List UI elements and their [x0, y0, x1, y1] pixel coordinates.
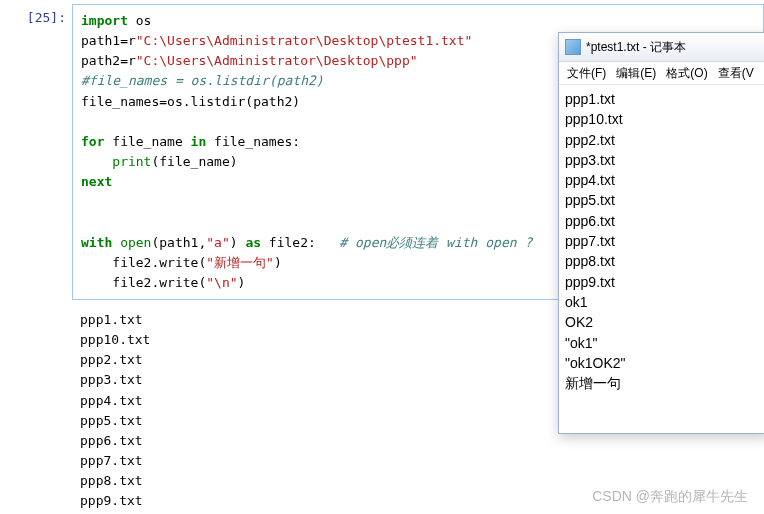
code-token — [81, 154, 112, 169]
notepad-line: OK2 — [565, 312, 763, 332]
notepad-line: ppp5.txt — [565, 190, 763, 210]
notepad-window[interactable]: *ptest1.txt - 记事本 文件(F)编辑(E)格式(O)查看(V pp… — [558, 32, 764, 434]
string-literal: "C:\Users\Administrator\Desktop\ptest1.t… — [136, 33, 473, 48]
notepad-line: ppp7.txt — [565, 231, 763, 251]
notepad-menubar[interactable]: 文件(F)编辑(E)格式(O)查看(V — [559, 62, 764, 85]
code-token: os — [128, 13, 151, 28]
string-literal: "a" — [206, 235, 229, 250]
notepad-line: "ok1" — [565, 333, 763, 353]
code-token: file2.write( — [81, 275, 206, 290]
notepad-line: ppp3.txt — [565, 150, 763, 170]
builtin-open: open — [120, 235, 151, 250]
watermark: CSDN @奔跑的犀牛先生 — [592, 488, 748, 506]
string-literal: "新增一句" — [206, 255, 274, 270]
notepad-line: ppp1.txt — [565, 89, 763, 109]
notepad-line: ppp10.txt — [565, 109, 763, 129]
code-token: file_name — [104, 134, 190, 149]
code-token: (file_name) — [151, 154, 237, 169]
code-token — [112, 235, 120, 250]
keyword-next: next — [81, 174, 112, 189]
notepad-line: ppp6.txt — [565, 211, 763, 231]
notepad-line: ppp8.txt — [565, 251, 763, 271]
notepad-line: 新增一句 — [565, 373, 763, 393]
notepad-line: ok1 — [565, 292, 763, 312]
string-literal: "C:\Users\Administrator\Desktop\ppp" — [136, 53, 418, 68]
code-token: ) — [230, 235, 246, 250]
notepad-line: ppp9.txt — [565, 272, 763, 292]
keyword-in: in — [191, 134, 207, 149]
string-literal: "\n" — [206, 275, 237, 290]
keyword-with: with — [81, 235, 112, 250]
keyword-as: as — [245, 235, 261, 250]
code-token: file2.write( — [81, 255, 206, 270]
menu-item[interactable]: 查看(V — [718, 65, 754, 82]
code-token: path2=r — [81, 53, 136, 68]
code-token: path1=r — [81, 33, 136, 48]
notepad-titlebar[interactable]: *ptest1.txt - 记事本 — [559, 33, 764, 62]
code-token: (path1, — [151, 235, 206, 250]
comment: #file_names = os.listdir(path2) — [81, 73, 324, 88]
notepad-icon — [565, 39, 581, 55]
notepad-line: "ok1OK2" — [565, 353, 763, 373]
menu-item[interactable]: 编辑(E) — [616, 65, 656, 82]
builtin-print: print — [112, 154, 151, 169]
code-token: ) — [238, 275, 246, 290]
comment: # open必须连着 with open ? — [339, 235, 532, 250]
keyword-for: for — [81, 134, 104, 149]
menu-item[interactable]: 格式(O) — [666, 65, 707, 82]
notepad-title-text: *ptest1.txt - 记事本 — [586, 39, 686, 56]
keyword-import: import — [81, 13, 128, 28]
menu-item[interactable]: 文件(F) — [567, 65, 606, 82]
notepad-body[interactable]: ppp1.txtppp10.txtppp2.txtppp3.txtppp4.tx… — [559, 85, 764, 397]
code-token: ) — [274, 255, 282, 270]
code-token: file2: — [261, 235, 339, 250]
code-token: file_names=os.listdir(path2) — [81, 94, 300, 109]
notepad-line: ppp2.txt — [565, 130, 763, 150]
code-token: file_names: — [206, 134, 300, 149]
input-prompt: [25]: — [6, 4, 72, 300]
notepad-line: ppp4.txt — [565, 170, 763, 190]
